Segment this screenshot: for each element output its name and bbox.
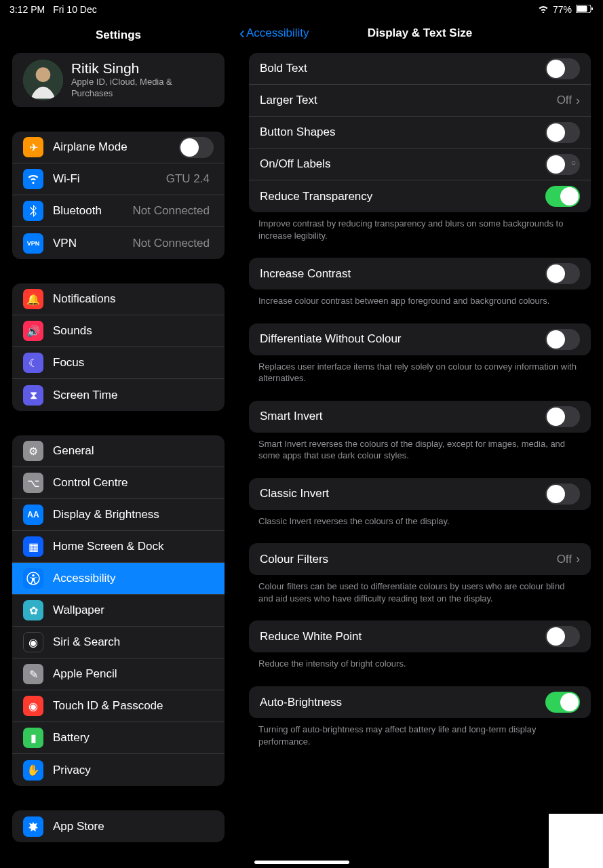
appstore-icon (23, 816, 43, 837)
row-auto-brightness[interactable]: Auto-Brightness (249, 686, 591, 718)
svg-point-4 (36, 67, 51, 82)
hand-icon: ✋ (23, 760, 43, 781)
sidebar-item-bluetooth[interactable]: Bluetooth Not Connected (12, 195, 225, 227)
row-smart-invert[interactable]: Smart Invert (249, 401, 591, 433)
footnote-transparency: Improve contrast by reducing transparenc… (237, 212, 603, 258)
sidebar-item-focus[interactable]: ☾ Focus (12, 347, 225, 379)
classic-invert-toggle[interactable] (545, 484, 580, 505)
sidebar-item-display[interactable]: AA Display & Brightness (12, 499, 225, 531)
sidebar-item-control-centre[interactable]: ⌥ Control Centre (12, 467, 225, 499)
footnote-smart-invert: Smart Invert reverses the colours of the… (237, 433, 603, 478)
chevron-right-icon: › (576, 552, 580, 566)
sidebar-item-general[interactable]: ⚙︎ General (12, 435, 225, 467)
sidebar-item-touchid[interactable]: ◉ Touch ID & Passcode (12, 690, 225, 722)
sidebar-item-airplane[interactable]: ✈︎ Airplane Mode (12, 132, 225, 163)
sidebar-item-vpn[interactable]: VPN VPN Not Connected (12, 227, 225, 259)
row-colour-filters[interactable]: Colour Filters Off › (249, 543, 591, 575)
hourglass-icon: ⧗ (23, 385, 43, 406)
airplane-toggle[interactable] (179, 137, 214, 158)
back-button[interactable]: ‹ Accessibility (237, 24, 309, 43)
bold-text-toggle[interactable] (545, 58, 580, 79)
wifi-settings-icon (23, 169, 43, 189)
airplane-icon: ✈︎ (23, 137, 43, 157)
footnote-white-point: Reduce the intensity of bright colours. (237, 652, 603, 686)
row-reduce-transparency[interactable]: Reduce Transparency (249, 180, 591, 212)
status-bar: 3:12 PM Fri 10 Dec 77% (0, 0, 603, 19)
toggles-icon: ⌥ (23, 473, 43, 493)
row-increase-contrast[interactable]: Increase Contrast (249, 258, 591, 290)
textsize-icon: AA (23, 505, 43, 525)
row-button-shapes[interactable]: Button Shapes (249, 117, 591, 149)
sidebar-item-appstore[interactable]: App Store (12, 810, 225, 842)
row-bold-text[interactable]: Bold Text (249, 53, 591, 85)
button-shapes-toggle[interactable] (545, 122, 580, 143)
footnote-auto-brightness: Turning off auto-brightness may affect b… (237, 718, 603, 764)
chevron-right-icon: › (576, 94, 580, 108)
sidebar-item-wallpaper[interactable]: ✿ Wallpaper (12, 595, 225, 627)
auto-brightness-toggle[interactable] (545, 692, 580, 713)
increase-contrast-toggle[interactable] (545, 263, 580, 284)
accessibility-icon (23, 568, 43, 589)
wifi-icon (538, 4, 549, 15)
overlay-box (549, 814, 603, 868)
grid-icon: ▦ (23, 536, 43, 557)
sidebar-item-homescreen[interactable]: ▦ Home Screen & Dock (12, 531, 225, 563)
detail-header: ‹ Accessibility Display & Text Size (237, 19, 603, 53)
sidebar-item-privacy[interactable]: ✋ Privacy (12, 754, 225, 786)
svg-rect-2 (591, 7, 593, 10)
reduce-transparency-toggle[interactable] (545, 186, 580, 207)
avatar (23, 60, 63, 100)
pencil-icon: ✎ (23, 664, 43, 684)
status-time: 3:12 PM (9, 4, 45, 15)
sidebar-item-pencil[interactable]: ✎ Apple Pencil (12, 658, 225, 690)
detail-title: Display & Text Size (368, 26, 473, 40)
svg-rect-1 (577, 6, 587, 12)
sidebar-item-screentime[interactable]: ⧗ Screen Time (12, 379, 225, 411)
home-indicator (254, 861, 349, 864)
row-classic-invert[interactable]: Classic Invert (249, 478, 591, 510)
footnote-contrast: Increase colour contrast between app for… (237, 290, 603, 323)
row-onoff-labels[interactable]: On/Off Labels (249, 149, 591, 180)
onoff-labels-toggle[interactable] (545, 154, 580, 175)
reduce-white-point-toggle[interactable] (545, 626, 580, 647)
profile-row[interactable]: Ritik Singh Apple ID, iCloud, Media & Pu… (12, 53, 225, 107)
footnote-differentiate: Replaces user interface items that rely … (237, 355, 603, 401)
chevron-left-icon: ‹ (239, 24, 245, 43)
siri-icon: ◉ (23, 632, 43, 652)
flower-icon: ✿ (23, 600, 43, 620)
row-larger-text[interactable]: Larger Text Off › (249, 85, 591, 117)
detail-pane: ‹ Accessibility Display & Text Size Bold… (237, 19, 603, 868)
status-date: Fri 10 Dec (53, 4, 97, 15)
sidebar-item-wifi[interactable]: Wi-Fi GTU 2.4 (12, 163, 225, 195)
sidebar: Settings Ritik Singh Apple ID, iCloud, M… (0, 19, 237, 868)
profile-name: Ritik Singh (71, 60, 214, 77)
battery-percent: 77% (553, 4, 572, 15)
sidebar-item-battery[interactable]: ▮ Battery (12, 722, 225, 754)
sidebar-item-notifications[interactable]: 🔔 Notifications (12, 283, 225, 315)
bluetooth-icon (23, 201, 43, 221)
profile-sub: Apple ID, iCloud, Media & Purchases (71, 77, 214, 100)
smart-invert-toggle[interactable] (545, 406, 580, 427)
fingerprint-icon: ◉ (23, 696, 43, 716)
footnote-colour-filters: Colour filters can be used to differenti… (237, 575, 603, 620)
sidebar-item-siri[interactable]: ◉ Siri & Search (12, 627, 225, 658)
differentiate-colour-toggle[interactable] (545, 329, 580, 350)
gear-icon: ⚙︎ (23, 441, 43, 461)
bell-icon: 🔔 (23, 289, 43, 309)
sidebar-item-sounds[interactable]: 🔊 Sounds (12, 315, 225, 347)
row-differentiate-colour[interactable]: Differentiate Without Colour (249, 323, 591, 355)
speaker-icon: 🔊 (23, 321, 43, 341)
sidebar-item-accessibility[interactable]: Accessibility (12, 563, 225, 595)
battery-settings-icon: ▮ (23, 728, 43, 748)
row-reduce-white-point[interactable]: Reduce White Point (249, 620, 591, 652)
vpn-icon: VPN (23, 233, 43, 254)
battery-icon (576, 4, 594, 15)
moon-icon: ☾ (23, 353, 43, 373)
footnote-classic-invert: Classic Invert reverses the colours of t… (237, 510, 603, 544)
svg-point-6 (32, 574, 35, 577)
sidebar-title: Settings (0, 19, 237, 53)
